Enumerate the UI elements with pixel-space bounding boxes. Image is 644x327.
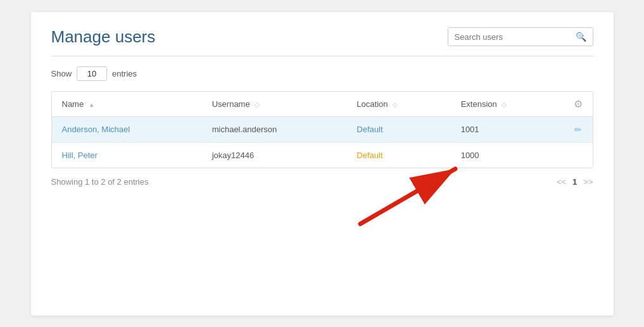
showing-text: Showing 1 to 2 of 2 entries <box>51 177 149 187</box>
name-sort-icon: ▲ <box>89 101 95 108</box>
main-panel: Manage users 🔍 Show entries Name ▲ Usern… <box>31 12 614 316</box>
pagination: << 1 >> <box>557 177 593 187</box>
cell-username: michael.anderson <box>202 116 347 142</box>
table-row: Anderson, Michael michael.anderson Defau… <box>52 116 593 142</box>
cell-extension: 1001 <box>451 116 564 142</box>
current-page: 1 <box>572 177 577 187</box>
col-username[interactable]: Username ◇ <box>202 92 347 117</box>
showing-prefix: Showing <box>51 177 85 187</box>
table-header-row: Name ▲ Username ◇ Location ◇ Extension ◇… <box>52 92 593 117</box>
cell-name[interactable]: Hill, Peter <box>52 142 202 168</box>
header: Manage users 🔍 <box>51 27 593 47</box>
entries-label: entries <box>112 69 137 78</box>
header-divider <box>51 56 593 56</box>
cell-location: Default <box>346 142 450 168</box>
table-footer: Showing 1 to 2 of 2 entries << 1 >> <box>51 177 593 187</box>
col-extension[interactable]: Extension ◇ <box>451 92 564 117</box>
cell-location: Default <box>346 116 450 142</box>
search-box[interactable]: 🔍 <box>448 27 593 46</box>
col-actions[interactable]: ⚙ <box>564 92 593 117</box>
cell-action[interactable]: ✏ <box>564 116 593 142</box>
showing-suffix: of 2 entries <box>106 177 149 187</box>
col-name[interactable]: Name ▲ <box>52 92 202 117</box>
entries-row: Show entries <box>51 66 593 81</box>
cell-username: jokay12446 <box>202 142 347 168</box>
entries-count-input[interactable] <box>77 66 107 81</box>
prev-page-button[interactable]: << <box>557 177 566 187</box>
cell-name[interactable]: Anderson, Michael <box>52 116 202 142</box>
edit-button[interactable]: ✏ <box>574 125 582 135</box>
gear-button[interactable]: ⚙ <box>574 98 583 110</box>
extension-sort-icon: ◇ <box>502 101 507 108</box>
users-table-container: Name ▲ Username ◇ Location ◇ Extension ◇… <box>51 91 593 168</box>
table-row: Hill, Peter jokay12446 Default 1000 <box>52 142 593 168</box>
search-input[interactable] <box>455 32 573 42</box>
search-icon: 🔍 <box>576 32 586 42</box>
username-sort-icon: ◇ <box>255 101 260 108</box>
location-sort-icon: ◇ <box>393 101 398 108</box>
cell-action[interactable] <box>564 142 593 168</box>
next-page-button[interactable]: >> <box>583 177 593 187</box>
users-table: Name ▲ Username ◇ Location ◇ Extension ◇… <box>52 92 593 168</box>
col-location[interactable]: Location ◇ <box>346 92 450 117</box>
show-label: Show <box>51 69 72 78</box>
showing-range: 1 to 2 <box>85 177 106 187</box>
cell-extension: 1000 <box>451 142 564 168</box>
page-title: Manage users <box>51 27 156 47</box>
